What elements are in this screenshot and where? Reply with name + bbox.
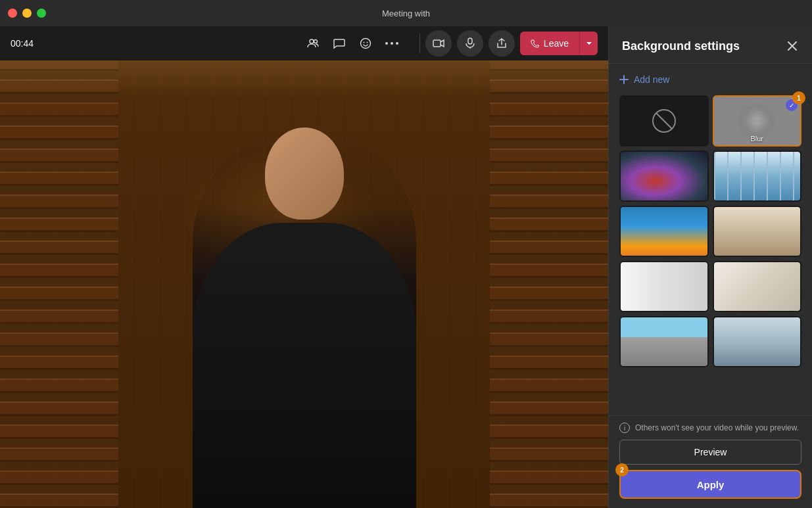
close-bg-panel-button[interactable]	[783, 37, 801, 55]
svg-point-6	[391, 42, 393, 45]
title-bar: Meeting with	[0, 0, 812, 26]
svg-point-0	[310, 39, 314, 43]
modern-thumbnail	[714, 317, 801, 366]
toolbar-right: Leave	[425, 30, 598, 57]
background-corridor[interactable]	[713, 150, 802, 202]
preview-label: Preview	[694, 447, 727, 457]
call-timer: 00:44	[11, 38, 34, 49]
video-background	[0, 60, 608, 508]
info-icon: i	[619, 423, 630, 433]
blur-badge: 1	[792, 91, 805, 104]
background-abstract[interactable]	[619, 150, 709, 202]
street-thumbnail	[621, 317, 707, 366]
apply-label: Apply	[697, 479, 725, 490]
minimize-window-button[interactable]	[22, 9, 32, 18]
main-container: 00:44	[0, 26, 812, 508]
window-title: Meeting with	[382, 9, 430, 18]
add-new-label: Add new	[634, 74, 669, 85]
background-whitespace[interactable]	[713, 261, 802, 312]
more-icon	[385, 42, 398, 45]
video-feed	[0, 60, 608, 508]
bg-panel-footer: i Others won't see your video while you …	[609, 415, 812, 508]
chat-icon	[333, 37, 346, 50]
background-grid: 1 ✓ Blur	[619, 95, 801, 367]
person-head	[265, 127, 344, 219]
participants-icon	[306, 37, 320, 50]
preview-note: i Others won't see your video while you …	[619, 423, 801, 433]
interior1-thumbnail	[714, 207, 801, 256]
add-new-button[interactable]: Add new	[619, 72, 669, 87]
svg-rect-9	[468, 38, 472, 44]
abstract-thumbnail	[621, 152, 707, 200]
mic-button[interactable]	[457, 30, 483, 57]
none-icon	[651, 108, 677, 134]
background-blur[interactable]: 1 ✓ Blur	[713, 95, 802, 147]
mic-icon	[466, 37, 475, 49]
close-icon	[788, 41, 797, 51]
apply-badge: 2	[615, 463, 629, 476]
reactions-icon	[359, 37, 372, 50]
person-video	[193, 127, 416, 508]
reactions-button[interactable]	[354, 32, 377, 55]
toolbar: 00:44	[0, 26, 608, 60]
blur-circle	[740, 104, 773, 137]
svg-point-3	[363, 42, 364, 43]
sunset-thumbnail	[621, 207, 707, 256]
apply-button[interactable]: Apply	[619, 470, 801, 499]
preview-note-text: Others won't see your video while you pr…	[635, 423, 799, 432]
bookshelf-left	[0, 60, 118, 508]
svg-line-12	[656, 113, 672, 129]
background-interior1[interactable]	[713, 206, 802, 257]
background-settings-panel: Background settings Add new	[608, 26, 812, 508]
blur-label: Blur	[714, 135, 801, 143]
chat-button[interactable]	[327, 32, 351, 55]
ceiling-lights	[0, 60, 608, 100]
svg-point-4	[366, 42, 368, 43]
close-window-button[interactable]	[8, 9, 17, 18]
phone-icon	[531, 39, 540, 48]
svg-point-5	[385, 42, 388, 45]
share-button[interactable]	[489, 30, 515, 57]
svg-point-2	[360, 39, 370, 49]
camera-button[interactable]	[425, 30, 452, 57]
person-body	[193, 127, 416, 508]
background-interior2[interactable]	[619, 261, 709, 312]
svg-point-1	[314, 40, 317, 43]
leave-button[interactable]: Leave	[520, 32, 579, 55]
corridor-thumbnail	[714, 152, 801, 200]
leave-button-container: Leave	[520, 32, 598, 55]
background-sunset[interactable]	[619, 206, 709, 257]
leave-label: Leave	[544, 38, 569, 49]
more-button[interactable]	[380, 32, 404, 55]
toolbar-controls	[301, 32, 404, 55]
bookshelf-right	[490, 60, 608, 508]
svg-rect-8	[433, 40, 441, 47]
share-icon	[496, 38, 507, 49]
interior2-thumbnail	[621, 262, 707, 311]
apply-btn-container: 2 Apply	[619, 470, 801, 499]
toolbar-divider	[419, 34, 420, 53]
leave-dropdown-button[interactable]	[579, 32, 598, 55]
chevron-down-icon	[586, 41, 592, 45]
participants-button[interactable]	[301, 32, 325, 55]
svg-point-7	[396, 42, 398, 45]
background-none[interactable]	[619, 95, 709, 147]
camera-icon	[433, 39, 444, 48]
traffic-lights	[8, 9, 46, 18]
video-area: 00:44	[0, 26, 608, 508]
maximize-window-button[interactable]	[37, 9, 46, 18]
bg-panel-header: Background settings	[609, 26, 812, 64]
background-street[interactable]	[619, 316, 709, 367]
background-modern[interactable]	[713, 316, 802, 367]
plus-icon	[619, 75, 629, 84]
person-jacket	[193, 223, 416, 508]
bg-panel-content[interactable]: Add new 1 ✓ Blur	[609, 64, 812, 415]
preview-button[interactable]: Preview	[619, 440, 801, 465]
whitespace-thumbnail	[714, 262, 801, 311]
bg-panel-title: Background settings	[622, 39, 740, 53]
